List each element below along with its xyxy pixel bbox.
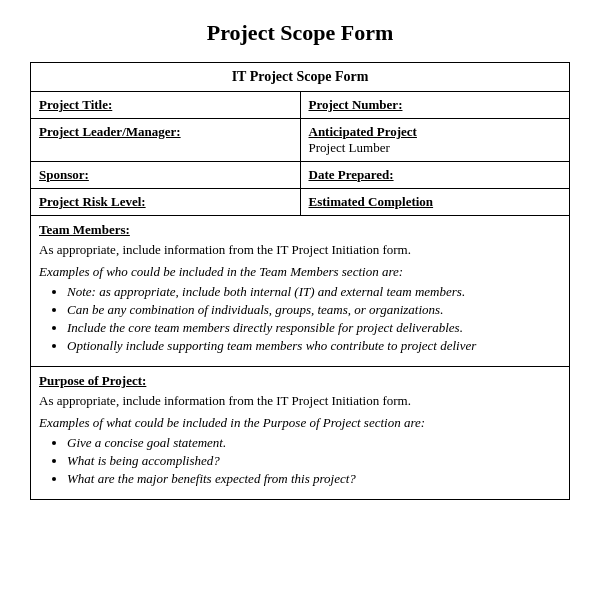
team-members-intro: Examples of who could be included in the… [39,264,561,280]
form-row-4: Project Risk Level: Estimated Completion [31,189,569,216]
project-title-label: Project Title: [39,97,112,112]
estimated-completion-label: Estimated Completion [309,194,434,209]
sponsor-cell: Sponsor: [31,162,301,188]
project-title-cell: Project Title: [31,92,301,118]
purpose-intro: Examples of what could be included in th… [39,415,561,431]
page-title: Project Scope Form [30,20,570,46]
form-header: IT Project Scope Form [31,63,569,92]
risk-level-label: Project Risk Level: [39,194,146,209]
list-item: Optionally include supporting team membe… [67,338,561,354]
purpose-title: Purpose of Project: [39,373,561,389]
list-item: Can be any combination of individuals, g… [67,302,561,318]
form-row-2: Project Leader/Manager: Anticipated Proj… [31,119,569,162]
date-prepared-cell: Date Prepared: [301,162,570,188]
list-item: What is being accomplished? [67,453,561,469]
anticipated-project-cell: Anticipated Project Project Lumber [301,119,570,161]
list-item: Give a concise goal statement. [67,435,561,451]
list-item: Note: as appropriate, include both inter… [67,284,561,300]
project-number-cell: Project Number: [301,92,570,118]
project-leader-cell: Project Leader/Manager: [31,119,301,161]
project-leader-label: Project Leader/Manager: [39,124,181,139]
team-members-paragraph: As appropriate, include information from… [39,242,561,258]
anticipated-project-value: Project Lumber [309,140,390,155]
form-container: IT Project Scope Form Project Title: Pro… [30,62,570,500]
list-item: What are the major benefits expected fro… [67,471,561,487]
risk-level-cell: Project Risk Level: [31,189,301,215]
date-prepared-label: Date Prepared: [309,167,394,182]
purpose-section: Purpose of Project: As appropriate, incl… [31,367,569,499]
purpose-bullets: Give a concise goal statement. What is b… [39,435,561,487]
anticipated-project-label: Anticipated Project [309,124,417,139]
form-row-1: Project Title: Project Number: [31,92,569,119]
project-number-label: Project Number: [309,97,403,112]
purpose-paragraph: As appropriate, include information from… [39,393,561,409]
estimated-completion-cell: Estimated Completion [301,189,570,215]
list-item: Include the core team members directly r… [67,320,561,336]
form-row-3: Sponsor: Date Prepared: [31,162,569,189]
sponsor-label: Sponsor: [39,167,89,182]
team-members-bullets: Note: as appropriate, include both inter… [39,284,561,354]
team-members-title: Team Members: [39,222,561,238]
team-members-section: Team Members: As appropriate, include in… [31,216,569,367]
